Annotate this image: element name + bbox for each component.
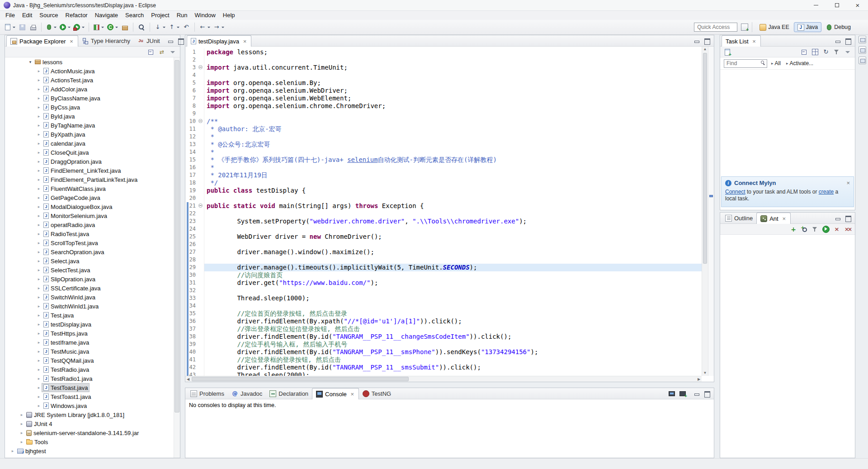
tree-item-selenium-server-standalone-3-141-59-jar[interactable]: ▸selenium-server-standalone-3.141.59.jar bbox=[5, 428, 174, 437]
tree-item-junit-4[interactable]: ▸JUnit 4 bbox=[5, 419, 174, 428]
tree-item-test-java[interactable]: ▸Test.java bbox=[5, 311, 174, 320]
expand-arrow-icon[interactable]: ▸ bbox=[36, 349, 42, 354]
tree-item-getpagecode-java[interactable]: ▸GetPageCode.java bbox=[5, 193, 174, 202]
quick-access-input[interactable] bbox=[694, 23, 737, 32]
remove-button[interactable] bbox=[832, 225, 841, 234]
expand-arrow-icon[interactable]: ▸ bbox=[36, 150, 42, 155]
expand-arrow-icon[interactable]: ▸ bbox=[19, 412, 25, 417]
expand-arrow-icon[interactable]: ▸ bbox=[19, 440, 25, 444]
tree-item-testtoast1-java[interactable]: ▸TestToast1.java bbox=[5, 392, 174, 401]
new-class-button[interactable] bbox=[106, 22, 119, 33]
minimize-panel-icon[interactable] bbox=[693, 38, 700, 44]
fold-icon[interactable] bbox=[198, 65, 203, 69]
collapse-all-button[interactable] bbox=[146, 47, 156, 57]
run-ant-button[interactable] bbox=[821, 225, 830, 234]
code-line-2[interactable]: 2 bbox=[185, 56, 702, 64]
group-by-button[interactable] bbox=[811, 47, 820, 57]
expand-arrow-icon[interactable]: ▸ bbox=[36, 331, 42, 336]
tab-type-hierarchy[interactable]: Type Hierarchy bbox=[78, 35, 134, 46]
expand-arrow-icon[interactable]: ▸ bbox=[36, 132, 42, 137]
menu-source[interactable]: Source bbox=[36, 11, 61, 20]
new-task-button[interactable] bbox=[723, 47, 732, 57]
code-line-26[interactable]: 26 bbox=[185, 241, 702, 248]
code-line-5[interactable]: 5import org.openqa.selenium.By; bbox=[185, 79, 702, 87]
tab-console[interactable]: Console× bbox=[312, 388, 359, 399]
expand-arrow-icon[interactable]: ▸ bbox=[36, 223, 42, 227]
close-icon[interactable]: × bbox=[752, 38, 757, 45]
code-line-40[interactable]: 40 driver.findElement(By.id("TANGRAM__PS… bbox=[185, 348, 702, 356]
code-line-12[interactable]: 12 * bbox=[185, 133, 702, 141]
code-line-6[interactable]: 6import org.openqa.selenium.WebDriver; bbox=[185, 87, 702, 95]
expand-arrow-icon[interactable]: ▸ bbox=[9, 449, 16, 453]
code-line-38[interactable]: 38 driver.findElement(By.id("TANGRAM__PS… bbox=[185, 333, 702, 341]
open-console-button[interactable] bbox=[678, 389, 687, 398]
minimize-panel-icon[interactable] bbox=[167, 38, 174, 44]
code-line-17[interactable]: 17 * 2021年11月19日 bbox=[185, 171, 702, 179]
scrollbar-thumb[interactable] bbox=[703, 53, 707, 264]
menu-run[interactable]: Run bbox=[173, 11, 191, 20]
code-line-13[interactable]: 13 * @公众号:北京宏哥 bbox=[185, 141, 702, 148]
code-line-18[interactable]: 18 */ bbox=[185, 179, 702, 187]
tree-item-byclassname-java[interactable]: ▸ByClassName.java bbox=[5, 94, 174, 103]
expand-arrow-icon[interactable]: ▸ bbox=[36, 295, 42, 299]
code-line-8[interactable]: 8import org.openqa.selenium.chrome.Chrom… bbox=[185, 102, 702, 110]
tree-item-radiotest-java[interactable]: ▸RadioTest.java bbox=[5, 229, 174, 238]
close-icon[interactable]: × bbox=[242, 38, 247, 45]
expand-arrow-icon[interactable]: ▸ bbox=[36, 367, 42, 372]
close-icon[interactable]: × bbox=[846, 180, 850, 186]
maximize-panel-icon[interactable] bbox=[704, 391, 710, 397]
tree-item-addcolor-java[interactable]: ▸AddColor.java bbox=[5, 85, 174, 94]
tree-item-windows-java[interactable]: ▸Windows.java bbox=[5, 401, 174, 410]
dropdown-arrow-icon[interactable] bbox=[54, 27, 57, 28]
code-line-9[interactable]: 9 bbox=[185, 110, 702, 118]
code-line-35[interactable]: 35 //定位首页的登录按钮, 然后点击登录 bbox=[185, 310, 702, 317]
dropdown-arrow-icon[interactable] bbox=[208, 27, 210, 28]
menu-help[interactable]: Help bbox=[219, 11, 239, 20]
code-line-32[interactable]: 32 bbox=[185, 287, 702, 294]
code-line-28[interactable]: 28 bbox=[185, 256, 702, 264]
tree-item-monitorselenium-java[interactable]: ▸MonitorSelenium.java bbox=[5, 211, 174, 220]
perspective-java-ee[interactable]: Java EE bbox=[756, 22, 793, 32]
code-line-43[interactable]: 43 Thread.sleep(2000); bbox=[185, 371, 702, 376]
scroll-down-icon[interactable]: ▼ bbox=[702, 370, 708, 376]
tree-item-actionstest-java[interactable]: ▸ActionsTest.java bbox=[5, 76, 174, 85]
code-line-34[interactable]: 34 bbox=[185, 302, 702, 310]
code-line-33[interactable]: 33 Thread.sleep(1000); bbox=[185, 294, 702, 302]
code-line-7[interactable]: 7import org.openqa.selenium.WebElement; bbox=[185, 95, 702, 102]
print-button[interactable] bbox=[28, 22, 38, 33]
tree-item-testradio1-java[interactable]: ▸TestRadio1.java bbox=[5, 374, 174, 383]
tasklist-link-all[interactable]: ▸All bbox=[771, 60, 781, 66]
maximize-panel-icon[interactable] bbox=[704, 38, 710, 44]
close-icon[interactable]: × bbox=[782, 215, 787, 222]
tree-item-selecttest-java[interactable]: ▸SelectTest.java bbox=[5, 265, 174, 275]
code-line-25[interactable]: 25 WebDriver driver = new ChromeDriver()… bbox=[185, 233, 702, 241]
tree-item-select-java[interactable]: ▸Select.java bbox=[5, 256, 174, 265]
code-line-21[interactable]: 21public static void main(String[] args)… bbox=[185, 202, 702, 210]
editor-horizontal-scrollbar[interactable]: ◀ ▶ bbox=[185, 376, 702, 382]
next-annotation-button[interactable] bbox=[153, 22, 166, 33]
search-button[interactable] bbox=[137, 22, 146, 33]
view-menu-button[interactable] bbox=[843, 47, 852, 57]
mylyn-link-connect[interactable]: Connect bbox=[725, 189, 745, 195]
code-line-11[interactable]: 11 * @author: 北京-宏哥 bbox=[185, 125, 702, 133]
tree-item-jre-system-library-jdk1-8-0-181[interactable]: ▸JRE System Library [jdk1.8.0_181] bbox=[5, 410, 174, 419]
collapse-all-button[interactable] bbox=[800, 47, 809, 57]
tree-item-testtoast-java[interactable]: ▸TestToast.java bbox=[5, 383, 174, 392]
expand-arrow-icon[interactable]: ▸ bbox=[36, 241, 42, 245]
expand-arrow-icon[interactable]: ▸ bbox=[36, 168, 42, 173]
maximize-button[interactable] bbox=[826, 0, 847, 10]
menu-file[interactable]: File bbox=[2, 11, 19, 20]
tree-item-findelement-linktext-java[interactable]: ▸FindElement_LinkText.java bbox=[5, 166, 174, 175]
expand-arrow-icon[interactable]: ▸ bbox=[36, 340, 42, 345]
code-line-20[interactable]: 20 bbox=[185, 194, 702, 202]
expand-arrow-icon[interactable]: ▸ bbox=[36, 96, 42, 100]
code-line-39[interactable]: 39 //定位手机号输入框, 然后输入手机号 bbox=[185, 341, 702, 348]
overview-ruler[interactable] bbox=[708, 47, 714, 376]
tab-declaration[interactable]: Declaration bbox=[266, 388, 312, 399]
tab-javadoc[interactable]: Javadoc bbox=[228, 388, 266, 399]
code-area[interactable]: 1package lessons;23import java.util.conc… bbox=[185, 47, 702, 376]
expand-arrow-icon[interactable]: ▸ bbox=[36, 204, 42, 209]
tab-junit[interactable]: JUnit bbox=[134, 35, 164, 46]
tree-item-testradio-java[interactable]: ▸TestRadio.java bbox=[5, 365, 174, 374]
tree-item-scrolltoptest-java[interactable]: ▸ScrollTopTest.java bbox=[5, 238, 174, 247]
